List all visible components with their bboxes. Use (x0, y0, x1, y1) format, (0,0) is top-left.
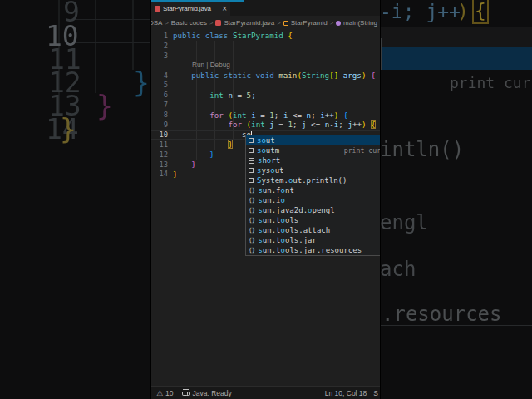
tab-title: StarPyramid.java (163, 5, 211, 12)
method-icon (336, 21, 341, 26)
suggest-item[interactable]: {}sun.tools.attach (246, 225, 380, 235)
line-number: 4 (151, 71, 173, 80)
suggest-item[interactable]: sysout (246, 165, 380, 175)
bg-shape (132, 0, 134, 70)
suggest-label: sun.font (258, 186, 293, 195)
breadcrumb-label: StarPyramid (291, 19, 328, 27)
problems-indicator[interactable]: ⚠ 10 (156, 389, 174, 397)
line-number: 14 (151, 170, 173, 178)
cursor-position[interactable]: Ln 10, Col 18 (325, 389, 367, 397)
suggest-item[interactable]: short (246, 155, 380, 165)
suggest-item[interactable]: {}sun.io (246, 195, 380, 205)
line-number: 1 (151, 32, 173, 40)
codelens-run-debug[interactable]: Run | Debug (192, 62, 230, 69)
tab-starpyramid[interactable]: StarPyramid.java × (151, 0, 230, 16)
java-file-icon (155, 6, 160, 12)
bg-text: engl (380, 212, 428, 235)
close-icon[interactable]: × (222, 5, 227, 13)
code-line[interactable]: 5 (151, 80, 380, 90)
suggest-item[interactable]: {}sun.font (246, 185, 380, 195)
status-truncated-text: S (373, 389, 378, 397)
code-line[interactable]: 9 for (int j = 1; j <= n-i; j++) { (151, 120, 380, 130)
suggest-label: sun.tools.attach (258, 226, 330, 234)
breadcrumb-item[interactable]: DSA (151, 19, 162, 27)
code-text: public class StarPyramid { (173, 31, 293, 40)
code-line[interactable]: Run | Debug (151, 61, 380, 71)
suggest-item[interactable]: {}sun.tools.jar.resources (246, 245, 380, 255)
bg-text: } (133, 67, 150, 99)
snippet-icon (249, 148, 254, 153)
suggest-label: sun.io (258, 196, 285, 204)
breadcrumb-item[interactable]: main(String (336, 19, 377, 27)
line-number: 11 (151, 140, 173, 149)
code-line[interactable]: 8 for (int i = 1; i <= n; i++) { (151, 110, 380, 120)
code-line[interactable]: 6 int n = 5; (151, 90, 380, 100)
breadcrumb-item[interactable]: Basic codes (171, 19, 207, 27)
code-text: } (173, 150, 214, 159)
code-line[interactable]: 7 (151, 100, 380, 110)
java-file-icon (215, 20, 221, 26)
code-text: for (int i = 1; i <= n; i++) { (173, 111, 347, 120)
code-line[interactable]: 3 (151, 51, 380, 61)
status-bar: ⚠ 10 Java: Ready Ln 10, Col 18 S (151, 386, 380, 399)
code-text: } (173, 160, 196, 169)
line-number: 3 (151, 52, 173, 60)
line-number: 13 (151, 160, 173, 169)
bg-shape (380, 27, 532, 47)
code-line[interactable]: 2 (151, 41, 380, 51)
bg-shape (380, 47, 532, 70)
warning-icon: ⚠ (156, 389, 163, 397)
bg-shape (75, 42, 151, 43)
line-number: 9 (151, 121, 173, 129)
module-icon: {} (249, 187, 254, 194)
breadcrumb-label: DSA (151, 19, 162, 27)
code-text: } (173, 140, 233, 149)
suggest-label: System.out.println() (257, 176, 347, 185)
suggest-item[interactable]: sout (246, 135, 380, 145)
autocomplete-dropdown: soutsoutmprint currshortsysoutSystem.out… (245, 135, 380, 256)
breadcrumb-separator: > (277, 19, 280, 27)
module-icon: {} (249, 227, 254, 234)
module-icon: {} (249, 217, 254, 224)
snippet-icon (249, 138, 254, 143)
breadcrumb-label: Basic codes (171, 19, 207, 27)
code-text: so (173, 130, 252, 139)
breadcrumb-item[interactable]: StarPyramid (283, 19, 328, 27)
screenshot-root: 91011121314}}} -i; j++){print currintln(… (0, 0, 532, 399)
module-icon: {} (249, 197, 254, 204)
active-tab-indicator (151, 0, 244, 2)
java-status[interactable]: Java: Ready (182, 389, 232, 397)
bg-text: -i; j++ (380, 1, 461, 22)
bg-text: { (475, 0, 486, 22)
breadcrumb-label: StarPyramid.java (224, 19, 274, 27)
background-blur-left: 91011121314}}} (0, 0, 151, 399)
breadcrumb-item[interactable]: StarPyramid.java (215, 19, 274, 27)
bg-text: } (60, 114, 76, 145)
warning-count: 10 (165, 389, 173, 397)
suggest-label: sun.java2d.opengl (258, 206, 334, 214)
breadcrumb: DSA>Basic codes>StarPyramid.java>StarPyr… (151, 16, 380, 30)
suggest-item[interactable]: {}sun.java2d.opengl (246, 205, 380, 215)
module-icon: {} (249, 237, 254, 244)
suggest-item[interactable]: {}sun.tools (246, 215, 380, 225)
snippet-icon (249, 178, 254, 183)
suggest-item[interactable]: System.out.println() (246, 175, 380, 185)
java-cup-icon (182, 392, 188, 396)
java-status-label: Java: Ready (193, 389, 232, 397)
bg-shape (380, 38, 382, 70)
code-line[interactable]: 1public class StarPyramid { (151, 31, 380, 41)
code-line[interactable]: 4 public static void main(String[] args)… (151, 71, 380, 81)
suggest-label: soutm (257, 146, 279, 155)
module-icon: {} (249, 247, 254, 254)
suggest-item[interactable]: {}sun.tools.jar (246, 235, 380, 245)
breadcrumb-label: main(String (343, 19, 377, 27)
line-number: 12 (151, 150, 173, 159)
bg-text: .resources (382, 303, 502, 327)
bg-text: intln() (380, 139, 464, 162)
suggest-label: sout (257, 136, 275, 145)
bg-text: } (96, 91, 113, 122)
suggest-label: sun.tools.jar (258, 236, 316, 244)
suggest-item[interactable]: soutmprint curr (246, 145, 380, 155)
line-number: 7 (151, 101, 173, 109)
suggest-label: sysout (257, 166, 284, 175)
